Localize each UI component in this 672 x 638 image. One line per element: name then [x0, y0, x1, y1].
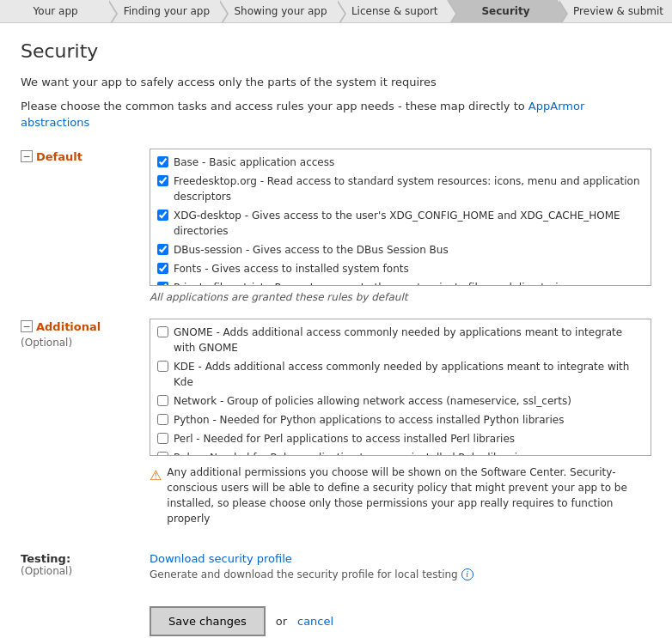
- additional-label-col: − Additional (Optional): [21, 319, 150, 349]
- breadcrumb-label-showing-your-app: Showing your app: [234, 5, 327, 17]
- breadcrumb-label-license-support: License & suport: [351, 5, 438, 17]
- page-title: Security: [21, 40, 651, 62]
- intro-line1: We want your app to safely access only t…: [21, 74, 651, 91]
- additional-content-col: GNOME - Adds additional access commonly …: [150, 319, 651, 526]
- checkbox-network[interactable]: [157, 395, 168, 406]
- warning-box: ⚠ Any additional permissions you choose …: [150, 465, 651, 526]
- checkbox-private-files-strict-label: Private-files-strict - Prevents access t…: [174, 280, 570, 286]
- checkbox-dbus-session-label: DBus-session - Gives access to the DBus …: [174, 242, 449, 258]
- intro-line2-text: Please choose the common tasks and acces…: [21, 100, 528, 112]
- help-icon[interactable]: i: [461, 568, 473, 580]
- checkbox-kde-label: KDE - Adds additional access commonly ne…: [174, 359, 644, 390]
- checkbox-xdg-desktop[interactable]: [157, 210, 168, 221]
- additional-section-header: − Additional: [21, 320, 150, 333]
- checkbox-kde[interactable]: [157, 361, 168, 372]
- additional-section: − Additional (Optional) GNOME - Adds add…: [21, 319, 651, 526]
- list-item: Base - Basic application access: [150, 153, 651, 172]
- testing-optional-label: (Optional): [21, 565, 150, 577]
- breadcrumb-item-finding-your-app[interactable]: Finding your app: [107, 0, 218, 22]
- checkbox-base-label: Base - Basic application access: [174, 155, 334, 170]
- checkbox-fonts[interactable]: [157, 263, 168, 274]
- breadcrumb-label-preview-submit: Preview & submit: [573, 5, 663, 17]
- testing-label-col: Testing: (Optional): [21, 552, 150, 577]
- checkbox-freedesktop[interactable]: [157, 175, 168, 186]
- default-section-header: − Default: [21, 150, 150, 163]
- default-section-link[interactable]: Default: [36, 150, 82, 163]
- checkbox-xdg-desktop-label: XDG-desktop - Gives access to the user's…: [174, 208, 644, 239]
- checkbox-perl-label: Perl - Needed for Perl applications to a…: [174, 431, 515, 447]
- default-note: All applications are granted these rules…: [150, 291, 651, 303]
- warning-icon: ⚠: [150, 465, 162, 486]
- list-item: Freedesktop.org - Read access to standar…: [150, 172, 651, 206]
- checkbox-perl[interactable]: [157, 433, 168, 444]
- testing-content-col: Download security profile Generate and d…: [150, 552, 651, 580]
- list-item: Ruby - Needed for Ruby application to ac…: [150, 448, 651, 456]
- warning-text: Any additional permissions you choose wi…: [167, 465, 651, 526]
- checkbox-base[interactable]: [157, 156, 168, 167]
- default-section: − Default Base - Basic application acces…: [21, 149, 651, 303]
- list-item: KDE - Adds additional access commonly ne…: [150, 357, 651, 392]
- breadcrumb-label-security: Security: [481, 5, 529, 17]
- breadcrumb-item-your-app[interactable]: Your app: [0, 0, 107, 22]
- testing-label: Testing:: [21, 552, 150, 565]
- checkbox-gnome-label: GNOME - Adds additional access commonly …: [174, 325, 644, 355]
- generate-text: Generate and download the security profi…: [150, 568, 458, 580]
- breadcrumb-item-preview-submit[interactable]: Preview & submit: [558, 0, 672, 22]
- additional-checkbox-list: GNOME - Adds additional access commonly …: [150, 319, 651, 456]
- additional-section-link[interactable]: Additional: [36, 320, 101, 333]
- checkbox-dbus-session[interactable]: [157, 244, 168, 255]
- list-item: Python - Needed for Python applications …: [150, 410, 651, 429]
- additional-collapse-btn[interactable]: −: [21, 320, 33, 332]
- list-item: GNOME - Adds additional access commonly …: [150, 323, 651, 357]
- additional-optional-label: (Optional): [21, 337, 150, 349]
- breadcrumb-item-security[interactable]: Security: [447, 0, 558, 22]
- save-button[interactable]: Save changes: [150, 606, 266, 636]
- cancel-link[interactable]: cancel: [297, 615, 333, 628]
- checkbox-gnome[interactable]: [157, 326, 168, 337]
- breadcrumb-label-your-app: Your app: [34, 5, 78, 17]
- list-item: DBus-session - Gives access to the DBus …: [150, 240, 651, 259]
- breadcrumb-nav: Your app Finding your app Showing your a…: [0, 0, 672, 23]
- breadcrumb-item-showing-your-app[interactable]: Showing your app: [218, 0, 335, 22]
- list-item: Network - Group of policies allowing net…: [150, 392, 651, 410]
- default-content-col: Base - Basic application access Freedesk…: [150, 149, 651, 303]
- breadcrumb-label-finding-your-app: Finding your app: [124, 5, 210, 17]
- default-label-col: − Default: [21, 149, 150, 163]
- default-checkbox-list: Base - Basic application access Freedesk…: [150, 149, 651, 286]
- list-item: Perl - Needed for Perl applications to a…: [150, 429, 651, 448]
- checkbox-ruby-label: Ruby - Needed for Ruby application to ac…: [174, 450, 529, 456]
- download-security-profile-link[interactable]: Download security profile: [150, 552, 651, 565]
- intro-line2: Please choose the common tasks and acces…: [21, 98, 651, 131]
- testing-section: Testing: (Optional) Download security pr…: [21, 552, 651, 580]
- checkbox-python[interactable]: [157, 414, 168, 425]
- checkbox-ruby[interactable]: [157, 452, 168, 456]
- checkbox-private-files-strict[interactable]: [157, 282, 168, 286]
- list-item: XDG-desktop - Gives access to the user's…: [150, 206, 651, 240]
- generate-text-row: Generate and download the security profi…: [150, 568, 651, 580]
- checkbox-fonts-label: Fonts - Gives access to installed system…: [174, 261, 409, 276]
- breadcrumb-item-license-support[interactable]: License & suport: [336, 0, 447, 22]
- checkbox-python-label: Python - Needed for Python applications …: [174, 412, 564, 428]
- list-item: Private-files-strict - Prevents access t…: [150, 278, 651, 286]
- checkbox-network-label: Network - Group of policies allowing net…: [174, 393, 571, 409]
- list-item: Fonts - Gives access to installed system…: [150, 259, 651, 278]
- default-collapse-btn[interactable]: −: [21, 150, 33, 162]
- footer-actions: Save changes or cancel: [21, 606, 651, 636]
- checkbox-freedesktop-label: Freedesktop.org - Read access to standar…: [174, 173, 644, 204]
- or-text: or: [276, 615, 287, 628]
